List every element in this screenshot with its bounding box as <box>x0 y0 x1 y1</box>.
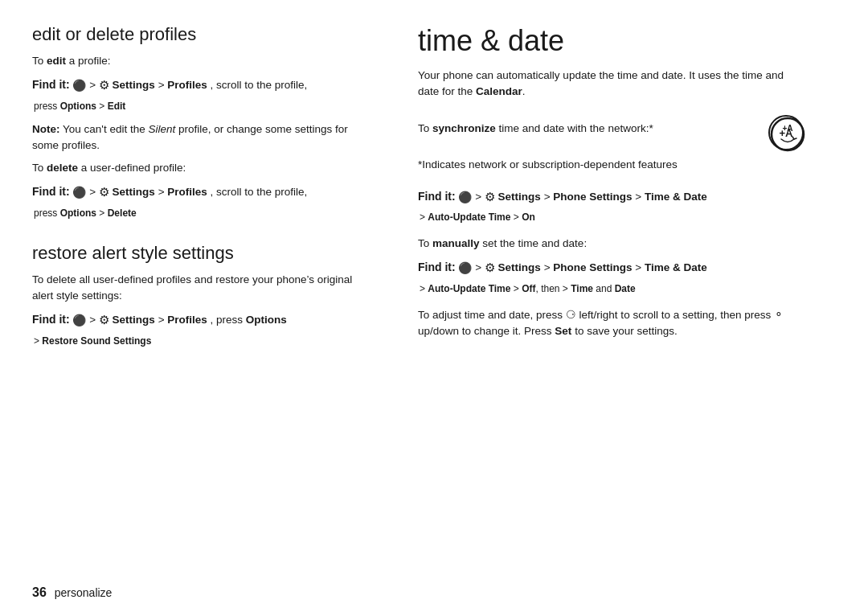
manual-rest: set the time and date: <box>480 237 588 249</box>
calendar-bold: Calendar <box>476 85 522 97</box>
set-bold: Set <box>555 325 571 337</box>
find-it-r1-sub: > Auto-Update Time > On <box>420 210 804 224</box>
path-rest-2: , scroll to the profile, <box>211 186 308 198</box>
footer-section: personalize <box>55 586 113 599</box>
r1-arrow: > <box>475 191 485 203</box>
gear-icon-r1: ⚙ <box>485 190 495 203</box>
note-prefix: Note: <box>32 123 60 135</box>
note-para: Note: You can't edit the Silent profile,… <box>32 121 370 154</box>
find-it-3-line: Find it: ⚫ > ⚙ Settings > Profiles , pre… <box>32 310 370 330</box>
find-it-1-line: Find it: ⚫ > ⚙ Settings > Profiles , scr… <box>32 76 370 95</box>
path-arrow-2a: > <box>158 186 168 198</box>
edit-rest-text: a profile: <box>66 55 111 67</box>
delete-rest-text: a user-defined profile: <box>78 162 186 174</box>
page-container: edit or delete profiles To edit a profil… <box>0 0 868 616</box>
r1-timedate: Time & Date <box>645 191 707 203</box>
find-it-r2-label: Find it: <box>418 261 456 273</box>
time-date-intro: Your phone can automatically update the … <box>418 68 804 101</box>
r1-phone: Phone Settings <box>553 191 632 203</box>
gear-icon-2: ⚙ <box>99 186 109 199</box>
r2-phone: Phone Settings <box>553 261 632 273</box>
nav-dot-icon-1: ⚫ <box>72 79 86 92</box>
delete-intro-para: To delete a user-defined profile: <box>32 160 370 176</box>
find-it-2-line: Find it: ⚫ > ⚙ Settings > Profiles , scr… <box>32 183 370 202</box>
r2-arrow: > <box>475 261 485 273</box>
path-arrow-3a: > <box>158 314 168 326</box>
r1-path-2: > <box>635 191 645 203</box>
gear-icon-r2: ⚙ <box>485 261 495 275</box>
find-it-r2-sub: > Auto-Update Time > Off, then > Time an… <box>420 281 804 296</box>
edit-delete-title: edit or delete profiles <box>32 24 370 45</box>
r2-path-1: > <box>544 261 554 273</box>
restore-section: restore alert style settings To delete a… <box>32 243 370 348</box>
settings-label-2: Settings <box>113 186 155 198</box>
find-it-3-label: Find it: <box>32 313 70 326</box>
find-it-3-sub: > Restore Sound Settings <box>34 334 370 348</box>
path-rest-3: , press <box>211 314 246 326</box>
nav-dot-icon-3: ⚫ <box>72 314 86 327</box>
path-arrow-1a: > <box>158 79 168 91</box>
manual-intro: To <box>418 237 432 249</box>
find-it-r2-line: Find it: ⚫ > ⚙ Settings > Phone Settings… <box>418 258 804 277</box>
find-it-1-label: Find it: <box>32 78 70 91</box>
delete-intro-text: To <box>32 162 47 174</box>
find-it-r1-label: Find it: <box>418 190 456 203</box>
gear-icon-1: ⚙ <box>99 79 109 92</box>
left-column: edit or delete profiles To edit a profil… <box>32 24 402 592</box>
right-column: time & date Your phone can automatically… <box>402 24 804 592</box>
time-date-section: time & date Your phone can automatically… <box>418 24 804 339</box>
edit-delete-section: edit or delete profiles To edit a profil… <box>32 24 370 220</box>
settings-label-1: Settings <box>113 79 155 91</box>
settings-label-3: Settings <box>113 314 155 326</box>
find-it-r1-line: Find it: ⚫ > ⚙ Settings > Phone Settings… <box>418 187 804 207</box>
profiles-label-3: Profiles <box>167 314 207 326</box>
intro-end: . <box>522 85 526 97</box>
svg-point-0 <box>772 118 804 150</box>
note-text: You can't edit the <box>60 123 149 135</box>
page-number: 36 <box>32 585 47 600</box>
intro-text: Your phone can automatically update the … <box>418 69 784 97</box>
path-rest-1: , scroll to the profile, <box>211 79 308 91</box>
sync-bold: synchronize <box>432 122 496 134</box>
options-label-3: Options <box>246 314 287 326</box>
sync-note: *Indicates network or subscription-depen… <box>418 157 804 173</box>
arrow-sym-3: > <box>89 314 99 326</box>
manual-para: To manually set the time and date: <box>418 236 804 252</box>
gear-icon-3: ⚙ <box>99 314 109 327</box>
delete-bold-text: delete <box>47 162 78 174</box>
footer: 36 personalize <box>32 585 112 600</box>
r1-settings: Settings <box>498 191 541 203</box>
manual-bold: manually <box>432 237 480 249</box>
r2-timedate: Time & Date <box>645 261 707 273</box>
silent-text: Silent <box>148 123 175 135</box>
svg-text:+A: +A <box>782 124 792 133</box>
nav-dot-icon-2: ⚫ <box>72 187 86 199</box>
edit-intro-para: To edit a profile: <box>32 53 370 69</box>
find-it-1-sub: press Options > Edit <box>34 99 370 113</box>
nav-dot-icon-r2: ⚫ <box>458 262 472 275</box>
time-date-title: time & date <box>418 24 804 58</box>
auto-update-icon: +A <box>768 115 804 150</box>
arrow-sym-1: > <box>89 79 99 91</box>
nav-dot-icon-r1: ⚫ <box>458 191 472 203</box>
r2-path-2: > <box>635 261 645 273</box>
sync-para: To synchronize time and date with the ne… <box>418 121 760 137</box>
restore-intro: To delete all user-defined profiles and … <box>32 272 370 305</box>
arrow-sym-2: > <box>89 186 99 198</box>
edit-intro-text: To <box>32 55 47 67</box>
r2-settings: Settings <box>498 261 541 273</box>
sync-intro: To <box>418 122 432 134</box>
restore-title: restore alert style settings <box>32 243 370 264</box>
sync-row: To synchronize time and date with the ne… <box>418 115 804 150</box>
profiles-label-1: Profiles <box>167 79 207 91</box>
edit-bold-text: edit <box>47 55 66 67</box>
profiles-label-2: Profiles <box>167 186 207 198</box>
find-it-2-label: Find it: <box>32 185 70 198</box>
sync-rest: time and date with the network:* <box>496 122 653 134</box>
adjust-para: To adjust time and date, press ⚆ left/ri… <box>418 307 804 340</box>
r1-path-1: > <box>544 191 554 203</box>
find-it-2-sub: press Options > Delete <box>34 206 370 220</box>
